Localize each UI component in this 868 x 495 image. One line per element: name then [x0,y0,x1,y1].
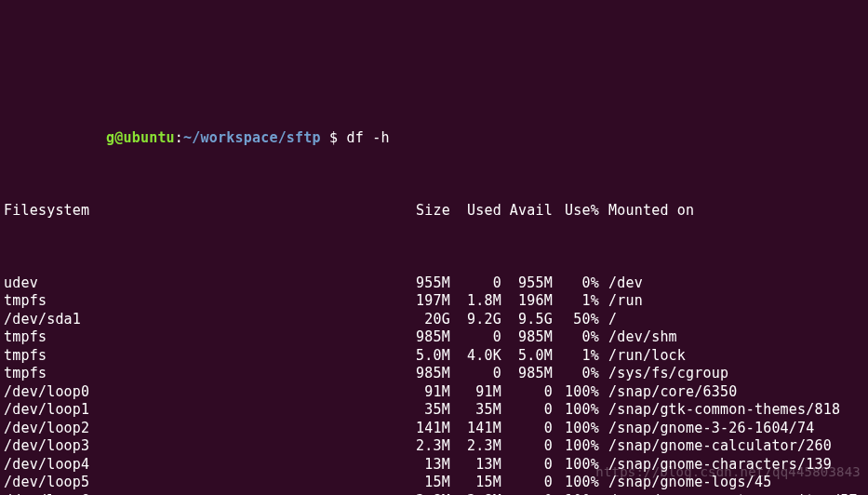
table-row: tmpfs197M1.8M196M1%/run [4,292,864,311]
cell-fs: /dev/loop1 [4,401,404,420]
cell-used: 15M [450,474,501,492]
cell-fs: /dev/sda1 [4,311,404,329]
col-header-used: Used [450,202,501,221]
prompt-user-suffix: g [106,129,114,146]
cell-used: 9.2G [450,311,501,329]
cell-size: 15M [404,474,450,492]
cell-fs: /dev/loop0 [4,383,404,402]
table-row: udev955M0955M0%/dev [4,274,864,293]
cell-mnt: /dev/shm [599,328,864,347]
cell-used: 141M [450,420,501,438]
prompt-space [338,129,346,146]
prompt-path: ~/workspace/sftp [183,129,321,146]
cell-used: 4.0K [450,347,501,366]
cell-fs: tmpfs [4,347,404,366]
cell-usep: 100% [553,383,599,402]
cell-mnt: /snap/gnome-logs/45 [599,474,864,492]
cell-fs: /dev/loop6 [4,492,404,496]
cell-avail: 0 [501,474,553,492]
cell-usep: 100% [553,401,599,420]
cell-avail: 0 [501,383,553,402]
cell-mnt: /run/lock [599,347,864,366]
prompt-dollar: $ [329,129,338,146]
cell-fs: /dev/loop5 [4,474,404,492]
table-row: /dev/loop515M15M0100%/snap/gnome-logs/45 [4,474,864,492]
clipped-previous-line [4,57,864,75]
cell-size: 985M [404,328,450,347]
cell-mnt: /dev [599,274,864,293]
cell-avail: 0 [501,456,553,475]
cell-mnt: /sys/fs/cgroup [599,365,864,383]
cell-avail: 955M [501,274,553,293]
cell-mnt: /run [599,292,864,311]
df-rows: udev955M0955M0%/devtmpfs197M1.8M196M1%/r… [4,274,864,496]
cell-avail: 196M [501,292,553,311]
col-header-filesystem: Filesystem [4,202,404,221]
cell-used: 91M [450,383,501,402]
table-row: /dev/loop413M13M0100%/snap/gnome-charact… [4,456,864,475]
cell-usep: 50% [553,311,599,329]
cell-mnt: / [599,311,864,329]
terminal-output[interactable]: g@ubuntu:~/workspace/sftp $ df -h Filesy… [0,0,868,495]
table-row: /dev/loop32.3M2.3M0100%/snap/gnome-calcu… [4,437,864,456]
cell-usep: 100% [553,420,599,438]
cell-used: 0 [450,328,501,347]
col-header-avail: Avail [501,202,553,221]
cell-fs: /dev/loop3 [4,437,404,456]
prompt-host: ubuntu [123,129,174,146]
cell-size: 985M [404,365,450,383]
cell-size: 141M [404,420,450,438]
cell-usep: 0% [553,274,599,293]
table-row: /dev/loop63.8M3.8M0100%/snap/gnome-syste… [4,492,864,496]
cell-mnt: /snap/gnome-calculator/260 [599,437,864,456]
cell-usep: 1% [553,347,599,366]
cell-avail: 985M [501,365,553,383]
cell-mnt: /snap/gnome-3-26-1604/74 [599,420,864,438]
prompt-symbol [321,129,329,146]
cell-size: 35M [404,401,450,420]
table-row: /dev/sda120G9.2G9.5G50%/ [4,311,864,329]
cell-used: 2.3M [450,437,501,456]
cell-fs: /dev/loop4 [4,456,404,475]
cell-avail: 0 [501,401,553,420]
cell-avail: 0 [501,437,553,456]
cell-size: 13M [404,456,450,475]
cell-fs: tmpfs [4,365,404,383]
prompt-line: g@ubuntu:~/workspace/sftp $ df -h [4,129,864,148]
cell-size: 197M [404,292,450,311]
cell-usep: 1% [553,292,599,311]
table-row: /dev/loop2141M141M0100%/snap/gnome-3-26-… [4,420,864,438]
cell-avail: 9.5G [501,311,553,329]
cell-usep: 100% [553,437,599,456]
table-row: /dev/loop135M35M0100%/snap/gtk-common-th… [4,401,864,420]
prompt-colon: : [175,129,183,146]
cell-size: 91M [404,383,450,402]
cell-usep: 0% [553,328,599,347]
cell-mnt: /snap/gtk-common-themes/818 [599,401,864,420]
cell-fs: tmpfs [4,328,404,347]
cell-size: 2.3M [404,437,450,456]
cell-size: 3.8M [404,492,450,496]
cell-used: 1.8M [450,292,501,311]
cell-size: 955M [404,274,450,293]
cell-avail: 0 [501,492,553,496]
col-header-usepct: Use% [553,202,599,221]
cell-avail: 0 [501,420,553,438]
cell-fs: /dev/loop2 [4,420,404,438]
cell-avail: 985M [501,328,553,347]
df-header-row: Filesystem Size Used Avail Use% Mounted … [4,202,864,221]
cell-usep: 0% [553,365,599,383]
cell-used: 13M [450,456,501,475]
table-row: /dev/loop091M91M0100%/snap/core/6350 [4,383,864,402]
cell-usep: 100% [553,474,599,492]
cell-mnt: /snap/gnome-system-monitor/57 [599,492,864,496]
cell-usep: 100% [553,456,599,475]
command-text: df -h [347,129,390,146]
cell-fs: tmpfs [4,292,404,311]
table-row: tmpfs985M0985M0%/sys/fs/cgroup [4,365,864,383]
cell-usep: 100% [553,492,599,496]
cell-fs: udev [4,274,404,293]
cell-avail: 5.0M [501,347,553,366]
cell-mnt: /snap/gnome-characters/139 [599,456,864,475]
cell-used: 35M [450,401,501,420]
